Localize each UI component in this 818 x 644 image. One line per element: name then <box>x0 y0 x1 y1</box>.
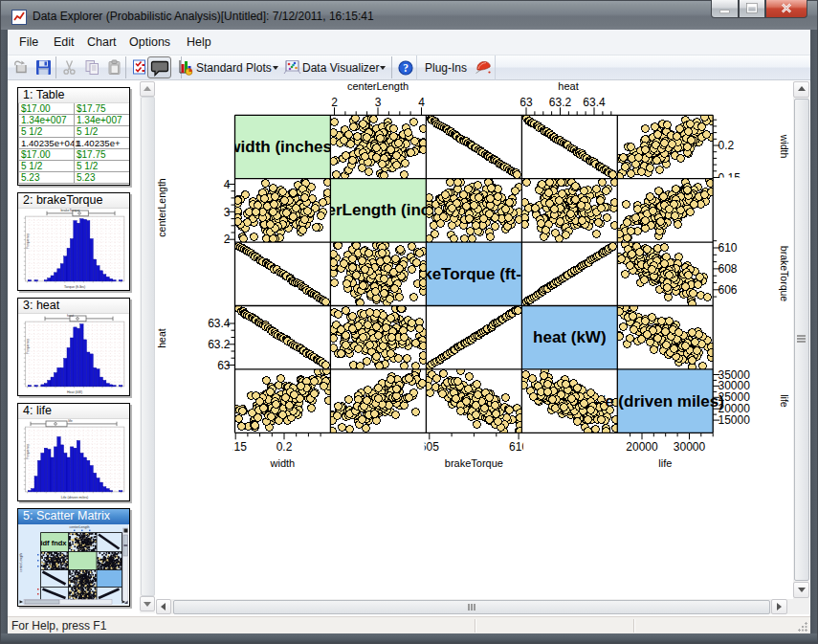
svg-text:brakeTorque: brakeTorque <box>445 457 503 469</box>
svg-text:width: width <box>779 134 790 159</box>
svg-text:4: 4 <box>418 96 425 109</box>
svg-text:610: 610 <box>509 440 528 454</box>
svg-text:?: ? <box>403 62 409 74</box>
svg-text:63.4: 63.4 <box>583 96 606 109</box>
svg-text:63.2: 63.2 <box>549 96 572 109</box>
svg-text:15000: 15000 <box>719 413 751 427</box>
svg-text:Torque (ft-lbs): Torque (ft-lbs) <box>64 285 85 289</box>
svg-text:0.2: 0.2 <box>719 139 735 152</box>
svg-text:heat (kW): heat (kW) <box>533 328 607 346</box>
svg-text:centerLength: centerLength <box>70 525 90 529</box>
svg-text:life: life <box>658 457 672 469</box>
svg-text:life: life <box>68 419 73 423</box>
svg-text:brakeTorque: brakeTorque <box>61 209 80 212</box>
svg-text:20000: 20000 <box>626 440 658 454</box>
svg-text:63.2: 63.2 <box>208 338 231 351</box>
svg-text:608: 608 <box>719 262 738 276</box>
svg-text:idf fndx: idf fndx <box>40 539 67 547</box>
svg-text:Frequency: Frequency <box>26 444 30 459</box>
svg-text:2: 2 <box>331 96 338 109</box>
svg-text:3: 3 <box>375 96 382 109</box>
svg-text:606: 606 <box>719 283 738 297</box>
svg-text:centerLength: centerLength <box>156 178 167 236</box>
svg-text:0.15: 0.15 <box>719 171 741 185</box>
svg-text:life: life <box>779 394 790 408</box>
svg-text:0.15: 0.15 <box>225 440 248 454</box>
svg-text:heat: heat <box>67 314 74 318</box>
svg-text:63: 63 <box>217 359 231 372</box>
svg-text:Frequency: Frequency <box>26 339 30 354</box>
svg-text:Frequency: Frequency <box>26 233 30 249</box>
svg-text:3: 3 <box>224 206 231 219</box>
svg-text:30000: 30000 <box>674 440 706 454</box>
svg-text:610: 610 <box>719 241 738 255</box>
svg-text:width: width <box>270 457 296 469</box>
svg-text:width (inches): width (inches) <box>227 138 337 156</box>
svg-text:63: 63 <box>520 96 533 109</box>
svg-text:63.4: 63.4 <box>208 317 231 330</box>
svg-text:life (driven miles): life (driven miles) <box>590 392 724 411</box>
svg-text:605: 605 <box>420 440 439 454</box>
svg-text:brakeTorque: brakeTorque <box>779 246 790 302</box>
svg-text:heat: heat <box>156 328 167 348</box>
svg-text:0.2: 0.2 <box>276 440 293 454</box>
svg-text:centerLength: centerLength <box>347 80 409 92</box>
svg-text:Life (driven miles): Life (driven miles) <box>61 496 88 500</box>
svg-text:Heat (kW): Heat (kW) <box>67 390 82 394</box>
svg-text:centerLength: centerLength <box>19 553 23 572</box>
svg-text:4: 4 <box>224 178 231 191</box>
svg-text:heat: heat <box>558 80 578 92</box>
svg-text:2: 2 <box>224 233 231 246</box>
